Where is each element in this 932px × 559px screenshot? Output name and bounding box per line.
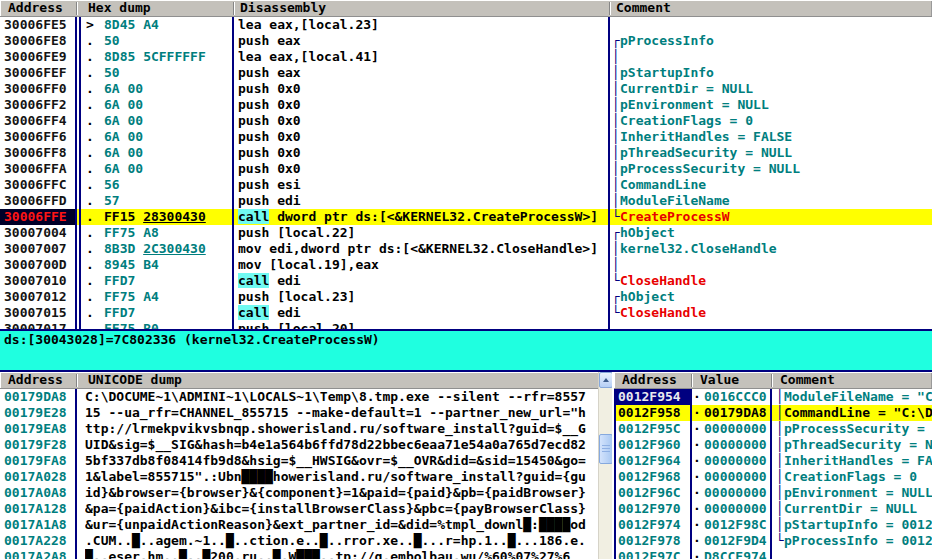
address-cell: 0017A228	[0, 533, 75, 549]
stack-row[interactable]: 0012F95C·00000000│pProcessSecurity =	[614, 421, 932, 437]
unicode-text-cell: UID&sig=$__SIG&hash=b4e1a564b6ffd78d22bb…	[85, 437, 598, 453]
disasm-row[interactable]: 30006FE8.50push eax┌pProcessInfo	[0, 33, 932, 49]
stack-row[interactable]: 0012F960·00000000│pThreadSecurity = N	[614, 437, 932, 453]
dump-row[interactable]: 00179DA8C:\DOCUME~1\ADMINI~1\LOCALS~1\Te…	[0, 389, 598, 405]
address-cell: 30006FFD	[0, 193, 75, 209]
stack-row[interactable]: 0012F97C·D8CCE974	[614, 549, 932, 559]
dump-row[interactable]: 0017A1A8&ur={unpaidActionReason}&ext_par…	[0, 517, 598, 533]
disasm-row[interactable]: 30007007.8B3D 2C300430mov edi,dword ptr …	[0, 241, 932, 257]
address-cell: 0017A028	[0, 469, 75, 485]
comment-cell: │pStartupInfo = 0012	[776, 517, 932, 533]
disassembly-pane: Address Hex dump Disassembly Comment 300…	[0, 0, 932, 329]
dump-row[interactable]: 00179EA8ttp://lrmekpvikvsbnqp.showerisla…	[0, 421, 598, 437]
column-divider	[75, 389, 77, 559]
comment-cell: │pStartupInfo	[612, 65, 932, 81]
column-header-address: Address	[8, 372, 63, 388]
disasm-row[interactable]: 30007010.FFD7call edi└CloseHandle	[0, 273, 932, 289]
address-cell: 30006FF8	[0, 145, 75, 161]
stack-row[interactable]: 0012F964·00000000│InheritHandles = FA	[614, 453, 932, 469]
comment-cell: ┌hObject	[612, 225, 932, 241]
column-header-comment: Comment	[780, 372, 835, 388]
disasm-row[interactable]: 30007017.FF75 B0push [local.20]	[0, 321, 932, 329]
address-cell: 30007004	[0, 225, 75, 241]
stack-row[interactable]: 0012F974·0012F98C│pStartupInfo = 0012	[614, 517, 932, 533]
unicode-text-cell: █..eser.hm..█..█200.ru..█.W███..tp://g.e…	[85, 549, 598, 559]
column-header-unicode-dump: UNICODE dump	[88, 372, 182, 388]
column-divider	[690, 389, 692, 559]
disasm-row[interactable]: 30007004.FF75 A8push [local.22]┌hObject	[0, 225, 932, 241]
address-cell: 0012F968	[614, 469, 690, 485]
disasm-cell: lea eax,[local.41]	[238, 49, 608, 65]
disasm-row[interactable]: 30006FEF.50push eax│pStartupInfo	[0, 65, 932, 81]
row-marker: ·	[692, 437, 702, 453]
unicode-text-cell: 5bf337db8f08414fb9d8&hsig=$__HWSIG&ovr=$…	[85, 453, 598, 469]
disasm-row[interactable]: 30006FFC.56push esi│CommandLine	[0, 177, 932, 193]
dump-row[interactable]: 0017A228.CUM..█..agem.~1..█..ction.e..█.…	[0, 533, 598, 549]
comment-cell: │pThreadSecurity = NULL	[612, 145, 932, 161]
stack-row[interactable]: 0012F96C·00000000│pEnvironment = NULL	[614, 485, 932, 501]
comment-cell: │kernel32.CloseHandle	[612, 241, 932, 257]
disasm-row[interactable]: 30006FE9.8D85 5CFFFFFFlea eax,[local.41]…	[0, 49, 932, 65]
disasm-row[interactable]: 30007015.FFD7call edi└CloseHandle	[0, 305, 932, 321]
disasm-row[interactable]: 30006FF6.6A 00push 0x0│InheritHandles = …	[0, 129, 932, 145]
dump-row[interactable]: 0017A0281&label=855715".:Ubn████howerisl…	[0, 469, 598, 485]
comment-cell: │CommandLine = "C:\D	[776, 405, 932, 421]
hex-cell: .6A 00	[81, 145, 232, 161]
address-cell: 0012F974	[614, 517, 690, 533]
dump-row[interactable]: 0017A2A8█..eser.hm..█..█200.ru..█.W███..…	[0, 549, 598, 559]
comment-cell: │pEnvironment = NULL	[776, 485, 932, 501]
hex-cell: .56	[81, 177, 232, 193]
unicode-text-cell: 1&label=855715".:Ubn████howerisland.ru/s…	[85, 469, 598, 485]
dump-row[interactable]: 0017A0A8id}&browser={browser}&{component…	[0, 485, 598, 501]
info-pane-text: ds:[30043028]=7C802336 (kernel32.CreateP…	[0, 331, 932, 349]
scroll-up-button[interactable]	[599, 372, 612, 388]
disasm-row[interactable]: 30007012.FF75 A4push [local.23]┌hObject	[0, 289, 932, 305]
dump-row[interactable]: 00179E2815 --ua_rfr=CHANNEL_855715 --mak…	[0, 405, 598, 421]
address-cell: 3000700D	[0, 257, 75, 273]
stack-row[interactable]: 0012F978·0012F9D4└pProcessInfo = 0012	[614, 533, 932, 549]
stack-pane: Address Value Comment 0012F954·0016CCC0│…	[614, 372, 932, 559]
address-cell: 30007010	[0, 273, 75, 289]
disasm-row[interactable]: 30006FF4.6A 00push 0x0│CreationFlags = 0	[0, 113, 932, 129]
disasm-cell: lea eax,[local.23]	[238, 17, 608, 33]
disasm-row[interactable]: 30006FFD.57push edi│ModuleFileName	[0, 193, 932, 209]
address-cell: 30006FE8	[0, 33, 75, 49]
info-pane[interactable]: ds:[30043028]=7C802336 (kernel32.CreateP…	[0, 329, 932, 370]
hex-cell: .6A 00	[81, 161, 232, 177]
address-cell: 30006FF0	[0, 81, 75, 97]
disasm-row[interactable]: 30006FF0.6A 00push 0x0│CurrentDir = NULL	[0, 81, 932, 97]
hex-cell: .FFD7	[81, 273, 232, 289]
thumb-grip-icon	[602, 445, 610, 453]
value-cell: 00000000	[704, 453, 770, 469]
dump-row[interactable]: 0017A128&pa={paidAction}&ibc={installBro…	[0, 501, 598, 517]
disasm-cell: call edi	[238, 273, 608, 289]
comment-cell: │ModuleFileName	[612, 193, 932, 209]
hex-cell: .6A 00	[81, 113, 232, 129]
disasm-cell: push [local.23]	[238, 289, 608, 305]
disasm-row[interactable]: 30006FFE.FF15 28300430call dword ptr ds:…	[0, 209, 932, 225]
stack-row[interactable]: 0012F968·00000000│CreationFlags = 0	[614, 469, 932, 485]
column-header-comment: Comment	[616, 0, 671, 16]
dump-scrollbar[interactable]	[598, 372, 612, 559]
disasm-row[interactable]: 3000700D.8945 B4mov [local.19],eax│	[0, 257, 932, 273]
address-cell: 00179E28	[0, 405, 75, 421]
stack-row[interactable]: 0012F970·00000000│CurrentDir = NULL	[614, 501, 932, 517]
disasm-row[interactable]: 30006FE5>8D45 A4lea eax,[local.23]	[0, 17, 932, 33]
disasm-cell: push [local.22]	[238, 225, 608, 241]
stack-row[interactable]: 0012F954·0016CCC0│ModuleFileName = "C	[614, 389, 932, 405]
address-cell: 0012F960	[614, 437, 690, 453]
disasm-row[interactable]: 30006FFA.6A 00push 0x0│pProcessSecurity …	[0, 161, 932, 177]
dump-row[interactable]: 00179F28UID&sig=$__SIG&hash=b4e1a564b6ff…	[0, 437, 598, 453]
unicode-text-cell: C:\DOCUME~1\ADMINI~1\LOCALS~1\Temp\8.tmp…	[85, 389, 598, 405]
disasm-row[interactable]: 30006FF2.6A 00push 0x0│pEnvironment = NU…	[0, 97, 932, 113]
scrollbar-thumb[interactable]	[599, 434, 612, 464]
stack-row[interactable]: 0012F958·00179DA8│CommandLine = "C:\D	[614, 405, 932, 421]
address-cell: 00179DA8	[0, 389, 75, 405]
column-divider	[232, 17, 234, 329]
hex-cell: .6A 00	[81, 129, 232, 145]
value-cell: 00000000	[704, 437, 770, 453]
dump-row[interactable]: 00179FA85bf337db8f08414fb9d8&hsig=$__HWS…	[0, 453, 598, 469]
comment-cell: │InheritHandles = FALSE	[612, 129, 932, 145]
disasm-row[interactable]: 30006FF8.6A 00push 0x0│pThreadSecurity =…	[0, 145, 932, 161]
row-marker: ·	[692, 453, 702, 469]
